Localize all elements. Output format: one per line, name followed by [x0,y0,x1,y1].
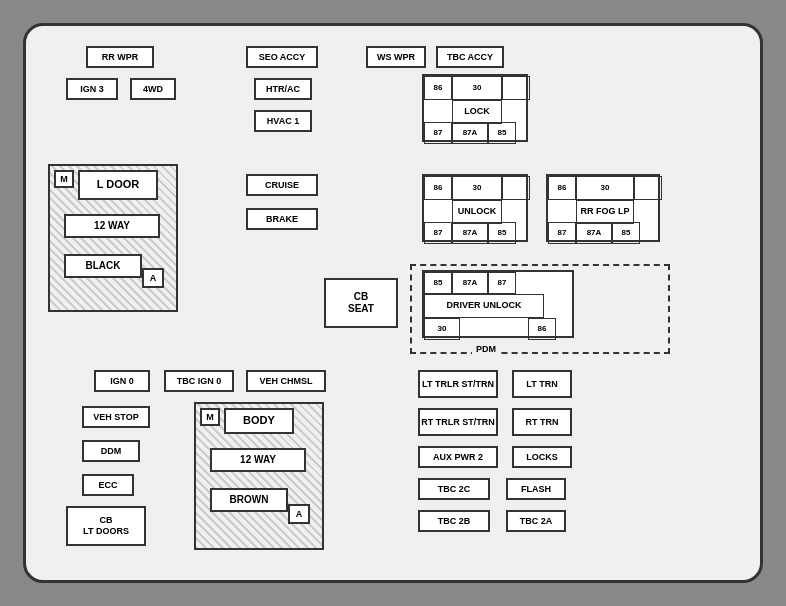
rt-trlr: RT TRLR ST/TRN [418,408,498,436]
body-12way: 12 WAY [210,448,306,472]
l-door-connector: M L DOOR 12 WAY BLACK A [48,164,178,312]
du-87a: 87A [452,272,488,294]
htr-ac: HTR/AC [254,78,312,100]
lock-30: 30 [452,76,502,100]
ign0: IGN 0 [94,370,150,392]
fuse-box-diagram: RR WPR SEO ACCY WS WPR TBC ACCY IGN 3 4W… [23,23,763,583]
lt-trlr: LT TRLR ST/TRN [418,370,498,398]
body-brown: BROWN [210,488,288,512]
body-a: A [288,504,310,524]
tbc-accy: TBC ACCY [436,46,504,68]
fog-87a: 87A [576,222,612,244]
fog-86: 86 [548,176,576,200]
fog-30: 30 [576,176,634,200]
pdm-label: PDM [472,344,500,354]
unlock-86: 86 [424,176,452,200]
ign3: IGN 3 [66,78,118,100]
tbc-2a: TBC 2A [506,510,566,532]
driver-unlock-relay: 85 87A 87 DRIVER UNLOCK 30 86 [422,270,574,338]
cb-seat: CB SEAT [324,278,398,328]
lock-relay-group: 86 30 LOCK 87 87A 85 [422,74,528,142]
lock-label: LOCK [452,100,502,124]
lock-85: 85 [488,122,516,144]
lock-top-30 [502,76,530,100]
l-door-12way: 12 WAY [64,214,160,238]
fog-85: 85 [612,222,640,244]
unlock-87a: 87A [452,222,488,244]
du-85: 85 [424,272,452,294]
fog-label: RR FOG LP [576,200,634,224]
du-label: DRIVER UNLOCK [424,294,544,318]
l-door-label: L DOOR [78,170,158,200]
cruise: CRUISE [246,174,318,196]
hvac1: HVAC 1 [254,110,312,132]
ddm: DDM [82,440,140,462]
lock-87a: 87A [452,122,488,144]
lock-86: 86 [424,76,452,100]
du-30: 30 [424,318,460,340]
l-door-black: BLACK [64,254,142,278]
rt-trn: RT TRN [512,408,572,436]
tbc-2b: TBC 2B [418,510,490,532]
rr-wpr: RR WPR [86,46,154,68]
body-label: BODY [224,408,294,434]
tbc-2c: TBC 2C [418,478,490,500]
unlock-30: 30 [452,176,502,200]
du-86: 86 [528,318,556,340]
veh-chmsl: VEH CHMSL [246,370,326,392]
unlock-relay-group: 86 30 UNLOCK 87 87A 85 [422,174,528,242]
unlock-label: UNLOCK [452,200,502,224]
lt-trn: LT TRN [512,370,572,398]
aux-pwr2: AUX PWR 2 [418,446,498,468]
ecc: ECC [82,474,134,496]
seo-accy: SEO ACCY [246,46,318,68]
rr-fog-lp-relay-group: 86 30 RR FOG LP 87 87A 85 [546,174,660,242]
flash: FLASH [506,478,566,500]
unlock-85: 85 [488,222,516,244]
l-door-m: M [54,170,74,188]
fog-87: 87 [548,222,576,244]
fog-top-30b [634,176,662,200]
unlock-top-30b [502,176,530,200]
body-m: M [200,408,220,426]
unlock-87: 87 [424,222,452,244]
body-connector: M BODY 12 WAY BROWN A [194,402,324,550]
lock-87: 87 [424,122,452,144]
cb-lt-doors: CB LT DOORS [66,506,146,546]
tbc-ign0: TBC IGN 0 [164,370,234,392]
fwd: 4WD [130,78,176,100]
veh-stop: VEH STOP [82,406,150,428]
locks: LOCKS [512,446,572,468]
l-door-a: A [142,268,164,288]
ws-wpr: WS WPR [366,46,426,68]
brake: BRAKE [246,208,318,230]
du-87: 87 [488,272,516,294]
